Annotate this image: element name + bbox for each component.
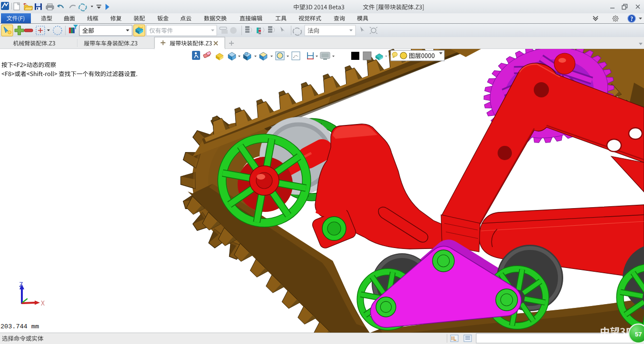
svg-text:57: 57 [635, 331, 642, 338]
svg-text:203.744 mm: 203.744 mm [0, 323, 39, 330]
